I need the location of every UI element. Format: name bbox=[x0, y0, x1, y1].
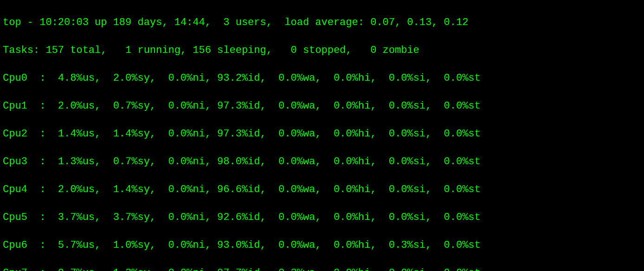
tasks-line: Tasks: 157 total, 1 running, 156 sleepin… bbox=[3, 44, 641, 58]
cpu5-line: Cpu5 : 3.7%us, 3.7%sy, 0.0%ni, 92.6%id, … bbox=[3, 211, 641, 225]
cpu0-line: Cpu0 : 4.8%us, 2.0%sy, 0.0%ni, 93.2%id, … bbox=[3, 71, 641, 85]
terminal[interactable]: top - 10:20:03 up 189 days, 14:44, 3 use… bbox=[0, 0, 644, 271]
cpu6-line: Cpu6 : 5.7%us, 1.0%sy, 0.0%ni, 93.0%id, … bbox=[3, 239, 641, 252]
cpu7-line: Cpu7 : 0.7%us, 1.3%sy, 0.0%ni, 97.7%id, … bbox=[3, 266, 641, 271]
top-summary-line: top - 10:20:03 up 189 days, 14:44, 3 use… bbox=[3, 16, 641, 30]
cpu3-line: Cpu3 : 1.3%us, 0.7%sy, 0.0%ni, 98.0%id, … bbox=[3, 155, 641, 169]
cpu4-line: Cpu4 : 2.0%us, 1.4%sy, 0.0%ni, 96.6%id, … bbox=[3, 183, 641, 197]
cpu2-line: Cpu2 : 1.4%us, 1.4%sy, 0.0%ni, 97.3%id, … bbox=[3, 127, 641, 141]
cpu1-line: Cpu1 : 2.0%us, 0.7%sy, 0.0%ni, 97.3%id, … bbox=[3, 99, 641, 113]
